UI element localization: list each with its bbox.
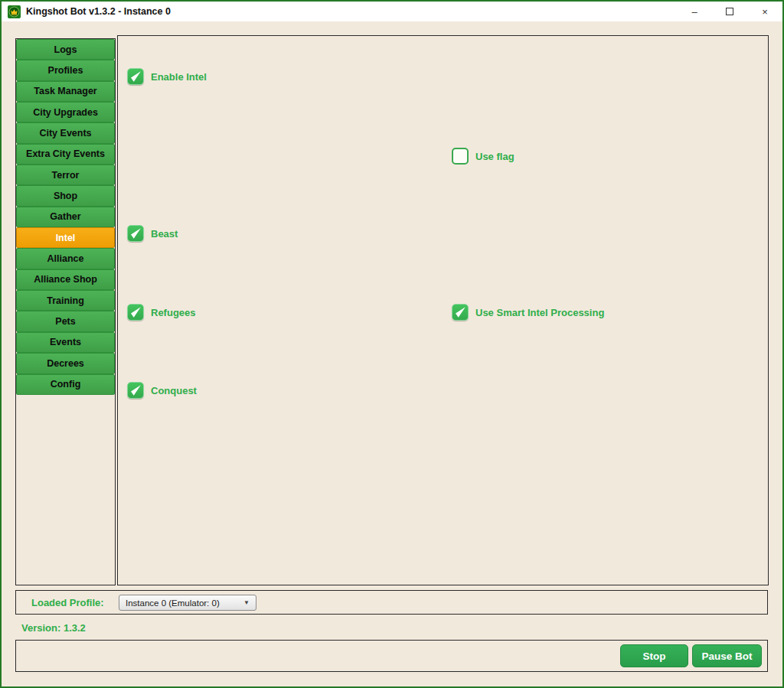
- chevron-down-icon: ▼: [243, 599, 250, 606]
- profile-dropdown-value: Instance 0 (Emulator: 0): [126, 598, 220, 608]
- checkbox-row-use-flag: Use flag: [452, 148, 514, 165]
- sidebar-item-events[interactable]: Events: [16, 332, 115, 353]
- smart-intel-label: Use Smart Intel Processing: [475, 307, 604, 318]
- conquest-label: Conquest: [151, 385, 197, 396]
- intel-settings-panel: Enable Intel Use flag Beast Refugees: [117, 35, 769, 585]
- sidebar-item-city-upgrades[interactable]: City Upgrades: [16, 102, 115, 122]
- sidebar-item-city-events[interactable]: City Events: [16, 122, 115, 143]
- use-flag-checkbox[interactable]: [452, 148, 469, 165]
- sidebar-item-profiles[interactable]: Profiles: [16, 60, 115, 80]
- enable-intel-checkbox[interactable]: [127, 68, 144, 85]
- sidebar: LogsProfilesTask ManagerCity UpgradesCit…: [15, 38, 116, 585]
- sidebar-item-alliance[interactable]: Alliance: [16, 248, 115, 269]
- maximize-button[interactable]: [712, 2, 747, 21]
- checkbox-row-refugees: Refugees: [127, 304, 196, 321]
- refugees-label: Refugees: [151, 307, 196, 318]
- checkmark-icon: [129, 227, 142, 240]
- sidebar-item-decrees[interactable]: Decrees: [16, 353, 115, 373]
- sidebar-item-config[interactable]: Config: [16, 374, 115, 395]
- version-label: Version: 1.3.2: [21, 622, 86, 634]
- app-crown-icon: [8, 5, 21, 18]
- close-button[interactable]: ×: [747, 2, 782, 21]
- sidebar-item-extra-city-events[interactable]: Extra City Events: [16, 144, 115, 165]
- sidebar-item-logs[interactable]: Logs: [16, 39, 115, 60]
- app-window: Kingshot Bot v1.3.2 - Instance 0 – × Log…: [0, 0, 784, 688]
- title-bar: Kingshot Bot v1.3.2 - Instance 0 – ×: [2, 2, 782, 21]
- smart-intel-checkbox[interactable]: [452, 304, 469, 321]
- beast-checkbox[interactable]: [127, 225, 144, 242]
- sidebar-item-terror[interactable]: Terror: [16, 165, 115, 185]
- beast-label: Beast: [151, 228, 178, 240]
- checkmark-icon: [129, 305, 142, 319]
- loaded-profile-label: Loaded Profile:: [31, 597, 104, 608]
- refugees-checkbox[interactable]: [127, 304, 144, 321]
- minimize-button[interactable]: –: [677, 2, 712, 21]
- checkbox-row-beast: Beast: [127, 225, 178, 242]
- window-title: Kingshot Bot v1.3.2 - Instance 0: [26, 6, 171, 17]
- content-area: LogsProfilesTask ManagerCity UpgradesCit…: [2, 21, 782, 686]
- pause-bot-button[interactable]: Pause Bot: [692, 644, 762, 667]
- conquest-checkbox[interactable]: [127, 382, 144, 399]
- window-controls: – ×: [677, 2, 782, 21]
- checkmark-icon: [129, 383, 142, 397]
- sidebar-list: LogsProfilesTask ManagerCity UpgradesCit…: [16, 39, 115, 395]
- bot-actions-bar: Stop Pause Bot: [15, 640, 768, 672]
- checkbox-row-enable-intel: Enable Intel: [127, 68, 207, 85]
- sidebar-item-training[interactable]: Training: [16, 290, 115, 311]
- enable-intel-label: Enable Intel: [151, 71, 207, 83]
- checkbox-row-smart-intel: Use Smart Intel Processing: [452, 304, 604, 321]
- checkbox-row-conquest: Conquest: [127, 382, 197, 399]
- sidebar-item-intel[interactable]: Intel: [16, 227, 115, 248]
- stop-button[interactable]: Stop: [620, 644, 688, 667]
- sidebar-item-pets[interactable]: Pets: [16, 311, 115, 331]
- profile-dropdown[interactable]: Instance 0 (Emulator: 0) ▼: [119, 595, 256, 611]
- sidebar-item-alliance-shop[interactable]: Alliance Shop: [16, 269, 115, 290]
- loaded-profile-bar: Loaded Profile: Instance 0 (Emulator: 0)…: [15, 590, 768, 615]
- sidebar-item-shop[interactable]: Shop: [16, 185, 115, 206]
- use-flag-label: Use flag: [475, 151, 514, 162]
- checkmark-icon: [129, 70, 142, 83]
- maximize-icon: [726, 8, 733, 15]
- sidebar-item-task-manager[interactable]: Task Manager: [16, 81, 115, 102]
- checkmark-icon: [453, 305, 467, 319]
- sidebar-item-gather[interactable]: Gather: [16, 207, 115, 227]
